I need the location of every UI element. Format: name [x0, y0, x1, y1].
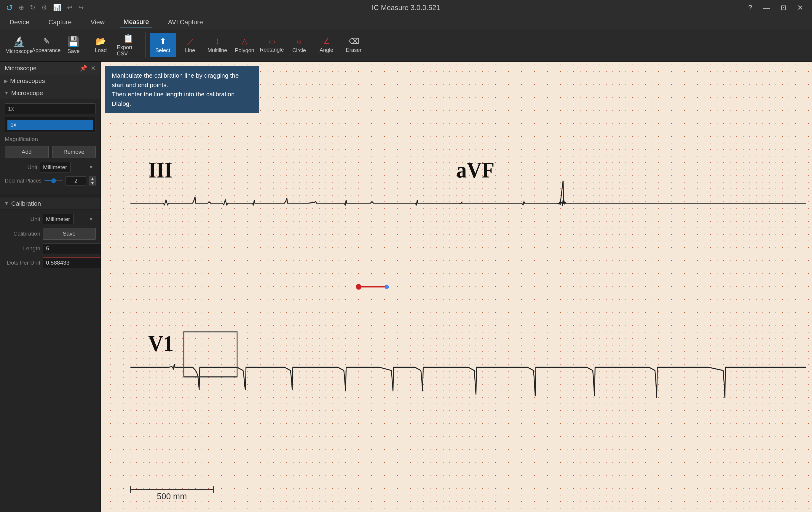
tool-group-file: 🔬 Microscope ✎ Appearance 💾 Save 📂 Load … [6, 32, 146, 58]
line-tool[interactable]: — Line [177, 33, 203, 57]
sidebar: Microscope 📌 ✕ ▶ Microscopes ▼ Microscop… [0, 62, 101, 512]
magnification-label: Magnification [5, 136, 38, 143]
calibration-label: Calibration [11, 200, 41, 207]
microscope-tool[interactable]: 🔬 Microscope [6, 33, 32, 57]
magnification-item-1x[interactable]: 1x [7, 120, 93, 130]
circle-tool[interactable]: ○ Circle [286, 33, 312, 57]
close-button[interactable]: ✕ [794, 2, 806, 13]
slider-thumb[interactable] [51, 178, 56, 183]
sidebar-header: Microscope 📌 ✕ [0, 62, 100, 75]
tooltip-line2: Then enter the line length into the cali… [112, 89, 252, 108]
menubar: Device Capture View Measure AVI Capture [0, 16, 812, 29]
ecg-trace-III [130, 197, 427, 205]
appearance-tool[interactable]: ✎ Appearance [33, 33, 59, 57]
ecg-label-III: III [148, 157, 173, 182]
redo-icon[interactable]: ↪ [78, 4, 84, 11]
magnification-row: Magnification [5, 136, 96, 143]
cal-save-row: Calibration Save [5, 228, 96, 240]
settings-icon[interactable]: ⚙ [41, 4, 47, 11]
calibration-content: Unit Millimeter Inch ▼ Calibration Save [0, 210, 100, 276]
sidebar-header-icons: 📌 ✕ [80, 65, 96, 72]
ecg-qrs-aVF [557, 181, 564, 205]
tooltip-line1: Manipulate the calibration line by dragg… [112, 71, 252, 89]
window-controls: ? — ⊡ ✕ [745, 2, 806, 13]
multiline-icon: ⟩ [216, 36, 219, 46]
angle-icon: ∠ [323, 37, 330, 46]
ecg-svg: III aVF V1 50 [101, 62, 812, 512]
decimal-places-up[interactable]: ▲ [89, 176, 96, 181]
calibration-section-header[interactable]: ▼ Calibration [0, 198, 100, 210]
sidebar-title: Microscope [5, 65, 36, 72]
circle-icon: ○ [297, 37, 302, 46]
load-tool[interactable]: 📂 Load [88, 33, 114, 57]
magnification-text-input[interactable] [5, 103, 96, 114]
microscopes-label: Microscopes [10, 77, 45, 85]
globe-icon[interactable]: ↺ [6, 3, 13, 13]
remove-button[interactable]: Remove [52, 146, 96, 158]
cal-unit-select[interactable]: Millimeter Inch [43, 214, 74, 224]
cal-dpu-label: Dots Per Unit [5, 260, 40, 266]
microscopes-section: ▶ Microscopes [0, 75, 100, 87]
menu-device[interactable]: Device [6, 17, 33, 28]
help-button[interactable]: ? [745, 2, 755, 13]
rectangle-tool[interactable]: ▭ Rectangle [259, 33, 285, 57]
minimize-button[interactable]: — [760, 2, 773, 13]
cal-dpu-row: Dots Per Unit [5, 258, 96, 268]
microscope-section-label: Microscope [11, 89, 43, 97]
calibration-arrow-icon: ▼ [4, 201, 9, 206]
select-icon: ⬆ [160, 36, 166, 46]
decimal-places-label: Decimal Places [5, 178, 41, 184]
microscope-section-header[interactable]: ▼ Microscope [0, 87, 100, 99]
menu-measure[interactable]: Measure [120, 16, 153, 28]
rectangle-icon: ▭ [269, 37, 276, 46]
microscope-arrow-icon: ▼ [4, 90, 9, 96]
calibration-tooltip: Manipulate the calibration line by dragg… [105, 66, 259, 113]
ecg-label-V1: V1 [148, 331, 174, 356]
export-csv-icon: 📋 [123, 33, 134, 43]
load-icon: 📂 [96, 36, 106, 46]
chart-icon[interactable]: 📊 [53, 4, 61, 11]
microscopes-arrow-icon: ▶ [4, 78, 8, 84]
sidebar-pin-icon[interactable]: 📌 [80, 65, 87, 72]
polygon-tool[interactable]: △ Polygon [232, 33, 258, 57]
microscopes-section-header[interactable]: ▶ Microscopes [0, 75, 100, 87]
cal-unit-row: Unit Millimeter Inch ▼ [5, 214, 96, 224]
menu-capture[interactable]: Capture [45, 17, 75, 28]
angle-tool[interactable]: ∠ Angle [313, 33, 340, 57]
eraser-tool[interactable]: ⌫ Eraser [341, 33, 367, 57]
eraser-icon: ⌫ [348, 37, 359, 46]
toolbar: 🔬 Microscope ✎ Appearance 💾 Save 📂 Load … [0, 29, 812, 62]
save-tool[interactable]: 💾 Save [60, 33, 87, 57]
maximize-button[interactable]: ⊡ [778, 2, 789, 13]
ecg-trace-V1-right [427, 367, 806, 398]
magnification-list: 1x [5, 117, 96, 132]
cal-length-input[interactable] [43, 243, 101, 254]
microscope-icon: 🔬 [13, 36, 25, 47]
unit-label: Unit [5, 164, 37, 171]
cal-end-dot[interactable] [385, 284, 389, 289]
refresh-icon[interactable]: ⊕ [19, 4, 24, 11]
menu-avi-capture[interactable]: AVI Capture [164, 17, 206, 28]
menu-view[interactable]: View [87, 17, 108, 28]
cal-unit-select-arrow-icon: ▼ [89, 217, 93, 222]
cal-dpu-input[interactable] [43, 258, 101, 268]
unit-select[interactable]: Millimeter Inch [40, 162, 70, 173]
update-icon[interactable]: ↻ [30, 4, 35, 11]
multiline-tool[interactable]: ⟩ Multiline [204, 33, 230, 57]
decimal-places-slider[interactable] [45, 180, 62, 181]
unit-row: Unit Millimeter Inch ▼ [5, 162, 96, 173]
app-title: IC Measure 3.0.0.521 [372, 4, 440, 12]
polygon-icon: △ [241, 36, 248, 46]
cal-save-button[interactable]: Save [43, 228, 96, 240]
cal-unit-select-wrapper: Millimeter Inch ▼ [43, 214, 96, 224]
sidebar-close-icon[interactable]: ✕ [91, 65, 96, 72]
microscope-content: 1x Magnification Add Remove Unit Milli [0, 99, 100, 194]
titlebar: ↺ ⊕ ↻ ⚙ 📊 ↩ ↪ IC Measure 3.0.0.521 ? — ⊡… [0, 0, 812, 16]
add-button[interactable]: Add [5, 146, 49, 158]
select-tool[interactable]: ⬆ Select [150, 33, 176, 57]
undo-icon[interactable]: ↩ [67, 4, 72, 11]
decimal-places-down[interactable]: ▼ [89, 181, 96, 185]
decimal-places-value[interactable] [65, 176, 86, 185]
export-csv-tool[interactable]: 📋 Export CSV [115, 33, 141, 57]
microscope-section: ▼ Microscope 1x Magnification Add [0, 87, 100, 194]
